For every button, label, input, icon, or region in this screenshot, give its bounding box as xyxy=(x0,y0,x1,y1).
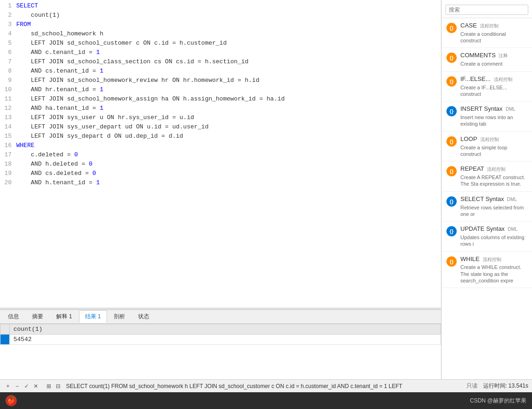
code-line: 12 AND ha.tenant_id = 1 xyxy=(0,104,441,114)
export-icon[interactable]: ⊟ xyxy=(54,382,62,390)
snippet-title: LOOP 流程控制 xyxy=(460,135,527,143)
code-line: 14 LEFT JOIN sys_user_depart ud ON u.id … xyxy=(0,123,441,132)
footer-watermark: CSDN @赫萝的红苹果 xyxy=(470,397,526,405)
results-pane[interactable]: count(1) 54542 xyxy=(0,323,441,379)
line-number: 9 xyxy=(0,76,16,84)
tab-状态[interactable]: 状态 xyxy=(132,310,155,323)
snippet-item[interactable]: {}IF...ELSE... 流程控制Create a IF...ELSE...… xyxy=(442,72,532,101)
snippet-item[interactable]: {}COMMENTS 注释Create a comment xyxy=(442,48,532,71)
tab-剖析[interactable]: 剖析 xyxy=(108,310,131,323)
code-line: 16WHERE xyxy=(0,141,441,151)
close-icon[interactable]: ✕ xyxy=(32,382,40,390)
tab-解释-1[interactable]: 解释 1 xyxy=(50,310,78,323)
tab-摘要[interactable]: 摘要 xyxy=(26,310,49,323)
tab-信息[interactable]: 信息 xyxy=(2,310,25,323)
snippet-desc: Create a comment xyxy=(460,60,527,67)
snippet-title: SELECT Syntax DML xyxy=(460,195,527,203)
status-sql-text: SELECT count(1) FROM sd_school_homework … xyxy=(66,383,461,389)
line-number: 18 xyxy=(0,160,16,168)
results-header-row: count(1) xyxy=(0,324,441,335)
snippet-item[interactable]: {}REPEAT 流程控制Create A REPEAT construct. … xyxy=(442,161,532,191)
check-icon[interactable]: ✓ xyxy=(22,382,31,390)
code-line: 15 LEFT JOIN sys_depart d ON ud.dep_id =… xyxy=(0,132,441,141)
code-line: 8 AND cs.tenant_id = 1 xyxy=(0,67,441,76)
snippet-panel: {}CASE 流程控制Create a conditional construc… xyxy=(441,0,532,379)
code-line: 4 sd_school_homework h xyxy=(0,30,441,39)
line-number: 14 xyxy=(0,123,16,130)
line-number: 17 xyxy=(0,151,16,158)
line-number: 16 xyxy=(0,141,16,149)
snippet-item[interactable]: {}CASE 流程控制Create a conditional construc… xyxy=(442,18,532,48)
line-number: 1 xyxy=(0,2,16,9)
minus-icon[interactable]: − xyxy=(13,382,21,390)
snippet-icon: {} xyxy=(446,23,457,33)
snippet-desc: Create a WHILE construct. The state long… xyxy=(460,264,527,284)
line-number: 7 xyxy=(0,58,16,65)
snippet-badge: 流程控制 xyxy=(480,23,499,28)
snippet-badge: 流程控制 xyxy=(487,167,505,172)
status-time: 运行时间: 13.541s xyxy=(483,382,528,390)
snippet-search-container xyxy=(442,2,532,18)
code-line: 13 LEFT JOIN sys_user u ON hr.sys_user_i… xyxy=(0,114,441,123)
snippet-text-container: INSERT Syntax DMLInsert new rows into an… xyxy=(460,105,527,127)
snippet-desc: Create a conditional construct xyxy=(460,31,527,44)
snippet-icon: {} xyxy=(446,106,457,116)
snippet-title: IF...ELSE... 流程控制 xyxy=(460,75,527,83)
line-number: 4 xyxy=(0,30,16,37)
snippet-icon: {} xyxy=(446,53,457,63)
table-row: 54542 xyxy=(0,335,441,345)
grid-icon[interactable]: ⊞ xyxy=(45,382,53,390)
row-indicator xyxy=(0,335,10,345)
tab-结果-1[interactable]: 结果 1 xyxy=(79,310,107,323)
line-number: 20 xyxy=(0,179,16,186)
line-content: FROM xyxy=(16,20,441,28)
line-content: AND c.tenant_id = 1 xyxy=(16,48,441,56)
snippet-desc: Create a IF...ELSE... construct xyxy=(460,84,527,98)
add-icon[interactable]: + xyxy=(4,382,12,390)
snippet-item[interactable]: {}UPDATE Syntax DMLUpdates columns of ex… xyxy=(442,221,532,251)
snippet-icon: {} xyxy=(446,196,457,207)
line-content: AND ha.tenant_id = 1 xyxy=(16,104,441,112)
snippet-search-input[interactable] xyxy=(446,5,528,15)
snippet-item[interactable]: {}SELECT Syntax DMLRetrieve rows selecte… xyxy=(442,192,532,221)
line-content: AND h.tenant_id = 1 xyxy=(16,179,441,186)
editor-tabs: 信息摘要解释 1结果 1剖析状态 xyxy=(0,309,441,323)
results-table: count(1) 54542 xyxy=(0,324,441,345)
line-number: 5 xyxy=(0,39,16,47)
line-number: 2 xyxy=(0,11,16,19)
code-line: 10 AND hr.tenant_id = 1 xyxy=(0,86,441,95)
snippet-badge: 流程控制 xyxy=(480,137,499,142)
snippets-list: {}CASE 流程控制Create a conditional construc… xyxy=(442,18,532,288)
code-line: 18 AND h.deleted = 0 xyxy=(0,160,441,169)
code-line: 5 LEFT JOIN sd_school_customer c ON c.id… xyxy=(0,39,441,48)
snippet-title: WHILE 流程控制 xyxy=(460,255,527,263)
snippet-item[interactable]: {}INSERT Syntax DMLInsert new rows into … xyxy=(442,101,532,131)
snippet-text-container: UPDATE Syntax DMLUpdates columns of exis… xyxy=(460,225,527,247)
snippet-item[interactable]: {}LOOP 流程控制Create a simple loop construc… xyxy=(442,132,532,161)
snippet-item[interactable]: {}WHILE 流程控制Create a WHILE construct. Th… xyxy=(442,252,532,288)
code-line: 9 LEFT JOIN sd_school_homework_review hr… xyxy=(0,76,441,86)
snippet-badge: DML xyxy=(507,197,517,202)
line-number: 10 xyxy=(0,86,16,93)
line-number: 15 xyxy=(0,132,16,140)
line-content: WHERE xyxy=(16,141,441,149)
line-content: AND h.deleted = 0 xyxy=(16,160,441,168)
status-bar-icons: + − ✓ ✕ ⊞ ⊟ xyxy=(4,382,62,390)
snippet-desc: Retrieve rows selected from one or xyxy=(460,204,527,218)
snippet-title: INSERT Syntax DML xyxy=(460,105,527,113)
snippet-badge: 流程控制 xyxy=(494,77,512,82)
line-content: SELECT xyxy=(16,2,441,9)
line-content: LEFT JOIN sys_user u ON hr.sys_user_id =… xyxy=(16,114,441,121)
line-content: AND hr.tenant_id = 1 xyxy=(16,86,441,93)
line-content: LEFT JOIN sd_school_class_section cs ON … xyxy=(16,58,441,65)
line-number: 12 xyxy=(0,104,16,112)
line-content: AND cs.tenant_id = 1 xyxy=(16,67,441,74)
main-area: 1SELECT2 count(1)3FROM4 sd_school_homewo… xyxy=(0,0,532,379)
footer-logo-icon: 🍎 xyxy=(7,397,15,404)
snippet-badge: 流程控制 xyxy=(483,257,501,262)
line-number: 19 xyxy=(0,169,16,177)
snippet-badge: 注释 xyxy=(499,53,508,58)
line-content: AND cs.deleted = 0 xyxy=(16,169,441,177)
code-pane[interactable]: 1SELECT2 count(1)3FROM4 sd_school_homewo… xyxy=(0,0,441,308)
footer-bar: 🍎 CSDN @赫萝的红苹果 xyxy=(0,392,532,409)
